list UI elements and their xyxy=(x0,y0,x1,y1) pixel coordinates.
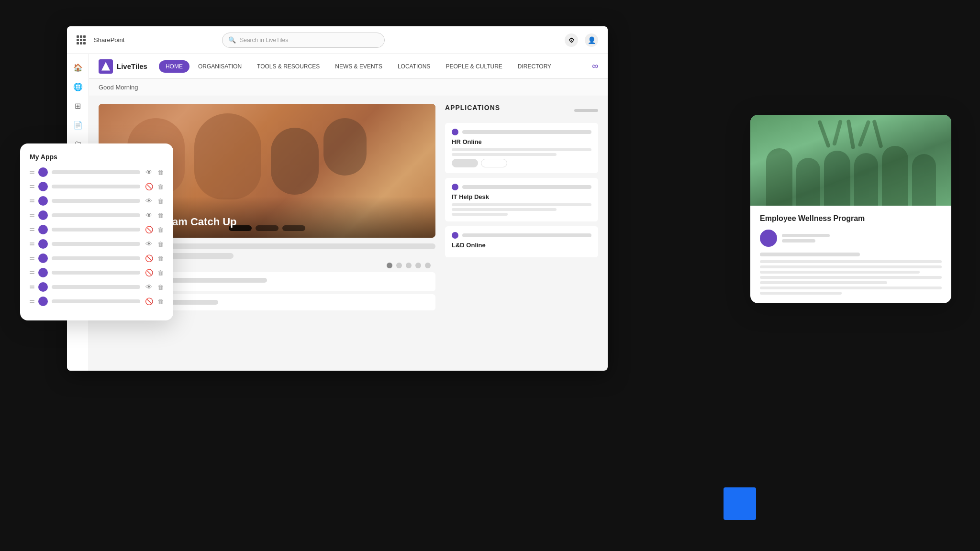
drag-handle-10[interactable] xyxy=(30,300,34,303)
app-row-label-5 xyxy=(52,228,140,231)
settings-icon[interactable]: ⚙ xyxy=(565,33,578,47)
drag-handle-1[interactable] xyxy=(30,171,34,174)
app-hr-online[interactable]: HR Online xyxy=(445,123,598,173)
eye-visible-icon-9[interactable]: 👁 xyxy=(144,283,154,291)
app-row-dot-6 xyxy=(38,239,48,249)
drag-handle-4[interactable] xyxy=(30,214,34,217)
user-icon[interactable]: 👤 xyxy=(585,33,598,47)
sidebar-globe-icon[interactable]: 🌐 xyxy=(69,78,87,95)
drag-handle-3[interactable] xyxy=(30,199,34,202)
wellness-line-6 xyxy=(760,287,942,289)
brand-name: LiveTiles xyxy=(117,62,147,70)
greeting-text: Good Morning xyxy=(99,84,138,91)
grid-icon[interactable] xyxy=(77,35,86,45)
eye-hidden-icon-7[interactable]: 🚫 xyxy=(144,254,154,262)
drag-handle-6[interactable] xyxy=(30,242,34,245)
wellness-progress-bar xyxy=(760,253,860,256)
app-hr-btn-outline[interactable] xyxy=(481,159,507,167)
app-row-8: 🚫 🗑 xyxy=(30,268,164,277)
wellness-meta-line-2 xyxy=(782,239,815,242)
wellness-avatar xyxy=(760,230,777,247)
blue-accent-block xyxy=(724,487,756,520)
app-ld-dot xyxy=(452,232,458,239)
eye-visible-icon-3[interactable]: 👁 xyxy=(144,197,154,205)
app-it-line-1 xyxy=(452,203,591,206)
app-it-line-3 xyxy=(452,213,508,216)
app-it-name: IT Help Desk xyxy=(452,193,591,200)
nav-tools[interactable]: TOOLS & RESOURCES xyxy=(250,60,326,73)
page-dot-4[interactable] xyxy=(415,263,421,268)
wellness-card: Employee Wellness Program xyxy=(750,115,951,303)
page-dot-2[interactable] xyxy=(396,263,402,268)
nav-news[interactable]: NEWS & EVENTS xyxy=(328,60,389,73)
wellness-line-3 xyxy=(760,271,920,274)
app-row-label-1 xyxy=(52,170,140,174)
app-it-dot xyxy=(452,184,458,190)
app-row-dot-3 xyxy=(38,196,48,206)
app-hr-btn[interactable] xyxy=(452,159,478,167)
eye-visible-icon-4[interactable]: 👁 xyxy=(144,211,154,219)
trash-icon-10[interactable]: 🗑 xyxy=(157,298,164,305)
applications-title: APPLICATIONS xyxy=(445,104,500,111)
search-bar[interactable]: 🔍 Search in LiveTiles xyxy=(222,33,385,48)
app-row-dot-8 xyxy=(38,268,48,277)
eye-visible-icon-6[interactable]: 👁 xyxy=(144,240,154,248)
eye-hidden-icon-8[interactable]: 🚫 xyxy=(144,269,154,276)
trash-icon-6[interactable]: 🗑 xyxy=(157,241,164,248)
app-row-4: 👁 🗑 xyxy=(30,210,164,220)
app-row-dot-10 xyxy=(38,297,48,306)
trash-icon-8[interactable]: 🗑 xyxy=(157,269,164,276)
trash-icon-3[interactable]: 🗑 xyxy=(157,198,164,205)
app-row-dot-4 xyxy=(38,210,48,220)
trash-icon-5[interactable]: 🗑 xyxy=(157,226,164,233)
drag-handle-7[interactable] xyxy=(30,257,34,260)
drag-handle-5[interactable] xyxy=(30,228,34,231)
eye-hidden-icon-5[interactable]: 🚫 xyxy=(144,226,154,233)
nav-people[interactable]: PEOPLE & CULTURE xyxy=(439,60,509,73)
page-dot-3[interactable] xyxy=(406,263,412,268)
page-dot-1[interactable] xyxy=(387,263,392,268)
wellness-title: Employee Wellness Program xyxy=(760,214,942,223)
app-row-6: 👁 🗑 xyxy=(30,239,164,249)
trash-icon-7[interactable]: 🗑 xyxy=(157,255,164,262)
app-it-header xyxy=(452,184,591,190)
sidebar-grid-icon[interactable]: ⊞ xyxy=(69,97,87,114)
trash-icon-4[interactable]: 🗑 xyxy=(157,212,164,219)
app-it-helpdesk[interactable]: IT Help Desk xyxy=(445,178,598,221)
search-placeholder: Search in LiveTiles xyxy=(240,37,288,44)
drag-handle-2[interactable] xyxy=(30,185,34,188)
app-row-label-2 xyxy=(52,185,140,188)
nav-locations[interactable]: LOCATIONS xyxy=(391,60,437,73)
eye-hidden-icon-2[interactable]: 🚫 xyxy=(144,183,154,190)
app-row-7: 🚫 🗑 xyxy=(30,253,164,263)
app-row-10: 🚫 🗑 xyxy=(30,297,164,306)
trash-icon-2[interactable]: 🗑 xyxy=(157,183,164,190)
wellness-line-2 xyxy=(760,265,942,268)
eye-hidden-icon-10[interactable]: 🚫 xyxy=(144,298,154,305)
app-hr-name: HR Online xyxy=(452,138,591,145)
app-row-label-7 xyxy=(52,256,140,260)
drag-handle-9[interactable] xyxy=(30,286,34,288)
drag-handle-8[interactable] xyxy=(30,271,34,274)
app-ld-title-bar xyxy=(462,233,591,237)
trash-icon-1[interactable]: 🗑 xyxy=(157,169,164,176)
trash-icon-9[interactable]: 🗑 xyxy=(157,284,164,291)
nav-home[interactable]: HOME xyxy=(159,60,189,73)
eye-visible-icon-1[interactable]: 👁 xyxy=(144,168,154,176)
nav-directory[interactable]: DIRECTORY xyxy=(511,60,558,73)
app-row-label-6 xyxy=(52,242,140,246)
app-ld-name: L&D Online xyxy=(452,242,591,249)
my-apps-title: My Apps xyxy=(30,153,164,161)
app-it-title-bar xyxy=(462,185,591,189)
sidebar-doc-icon[interactable]: 📄 xyxy=(69,116,87,133)
app-ld-online[interactable]: L&D Online xyxy=(445,226,598,257)
app-row-dot-7 xyxy=(38,253,48,263)
nav-organisation[interactable]: ORGANISATION xyxy=(191,60,248,73)
nav-link-icon[interactable]: ∞ xyxy=(592,61,598,71)
sidebar-home-icon[interactable]: 🏠 xyxy=(69,59,87,76)
app-row-9: 👁 🗑 xyxy=(30,282,164,292)
page-dot-5[interactable] xyxy=(425,263,431,268)
wellness-meta xyxy=(782,234,830,242)
panel-scroll: 👁 🗑 🚫 🗑 👁 🗑 👁 🗑 xyxy=(30,167,164,311)
wellness-meta-line-1 xyxy=(782,234,830,237)
